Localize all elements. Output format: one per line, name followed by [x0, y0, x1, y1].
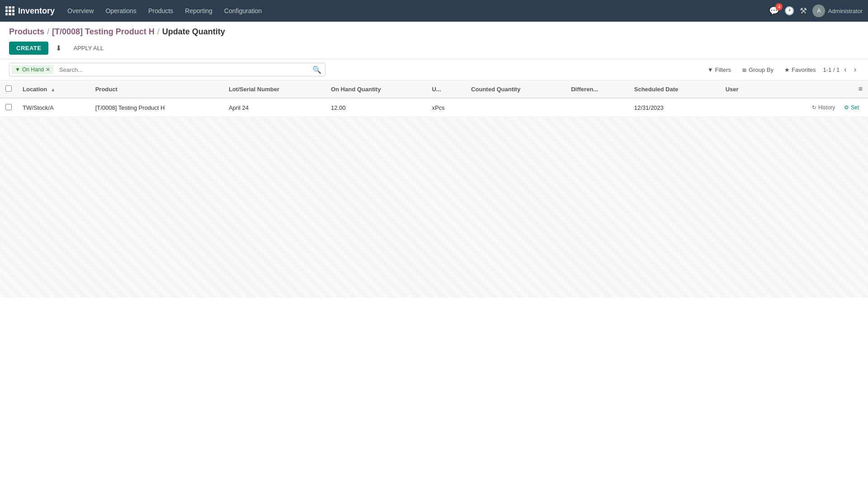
cell-uom: xPcs: [426, 98, 466, 117]
search-input[interactable]: [56, 64, 309, 76]
group-by-button[interactable]: ≣ Group By: [738, 64, 777, 75]
user-avatar: A: [812, 5, 825, 17]
filter-icon: ▼: [15, 66, 20, 73]
select-all-checkbox[interactable]: [5, 85, 12, 92]
row-checkbox[interactable]: [5, 104, 12, 110]
search-icon[interactable]: 🔍: [309, 66, 325, 74]
sort-asc-icon: ▲: [51, 87, 56, 92]
col-uom-label: U...: [432, 86, 441, 93]
breadcrumb-products[interactable]: Products: [9, 27, 44, 37]
history-icon: ↻: [812, 104, 816, 111]
cell-counted: [466, 98, 566, 117]
breadcrumb: Products / [T/0008] Testing Product H / …: [9, 27, 859, 37]
pagination-prev[interactable]: ‹: [841, 64, 849, 75]
row-checkbox-cell[interactable]: [0, 98, 17, 117]
cell-on-hand: 12.00: [326, 98, 427, 117]
cell-diff: [566, 98, 629, 117]
cell-lot: April 24: [223, 98, 326, 117]
apply-all-button[interactable]: APPLY ALL: [69, 42, 108, 54]
notification-badge: 4: [775, 3, 783, 10]
brand-label: Inventory: [18, 6, 55, 16]
user-label: Administrator: [828, 8, 863, 14]
col-counted-label: Counted Quantity: [471, 86, 520, 93]
col-user-label: User: [726, 86, 739, 93]
col-diff-label: Differen...: [571, 86, 598, 93]
breadcrumb-sep-1: /: [47, 27, 49, 37]
star-icon: ★: [784, 66, 790, 73]
breadcrumb-current: Update Quantity: [162, 27, 225, 37]
col-on-hand[interactable]: On Hand Quantity: [326, 80, 427, 98]
group-icon: ≣: [742, 66, 747, 73]
set-button[interactable]: ⚙ Set: [840, 103, 863, 112]
group-by-label: Group By: [749, 66, 774, 73]
filter-tag-on-hand[interactable]: ▼ On Hand ✕: [11, 65, 54, 74]
col-sched-date[interactable]: Scheduled Date: [629, 80, 720, 98]
nav-operations[interactable]: Operations: [100, 5, 142, 17]
col-location[interactable]: Location ▲: [17, 80, 90, 98]
favorites-button[interactable]: ★ Favorites: [781, 64, 819, 75]
topnav: Inventory Overview Operations Products R…: [0, 0, 868, 22]
pagination: 1-1 / 1 ‹ ›: [823, 64, 859, 75]
breadcrumb-product-detail[interactable]: [T/0008] Testing Product H: [52, 27, 155, 37]
content-area: Products / [T/0008] Testing Product H / …: [0, 22, 868, 488]
wrench-icon: ⚒: [800, 6, 807, 16]
history-button[interactable]: ↻ History: [808, 103, 839, 112]
search-actions: ▼ Filters ≣ Group By ★ Favorites 1-1 / 1…: [704, 64, 859, 75]
col-uom[interactable]: U...: [426, 80, 466, 98]
nav-reporting[interactable]: Reporting: [179, 5, 218, 17]
filter-funnel-icon: ▼: [708, 66, 713, 73]
table-row[interactable]: TW/Stock/A [T/0008] Testing Product H Ap…: [0, 98, 868, 117]
set-label: Set: [851, 104, 859, 111]
cell-actions: ↻ History ⚙ Set: [760, 98, 868, 117]
table-container: Location ▲ Product Lot/Serial Number On …: [0, 80, 868, 117]
search-area: ▼ On Hand ✕ 🔍 ▼ Filters ≣ Group By ★ Fav…: [0, 59, 868, 80]
col-lot[interactable]: Lot/Serial Number: [223, 80, 326, 98]
cell-product: [T/0008] Testing Product H: [90, 98, 223, 117]
topnav-menu: Overview Operations Products Reporting C…: [62, 5, 767, 17]
pagination-count: 1-1 / 1: [823, 66, 840, 73]
filter-tag-remove[interactable]: ✕: [46, 66, 50, 73]
grid-icon: [5, 6, 14, 15]
col-sched-date-label: Scheduled Date: [634, 86, 679, 93]
messages-icon-btn[interactable]: 💬 4: [769, 6, 779, 16]
empty-area: [0, 117, 868, 298]
col-product-label: Product: [95, 86, 118, 93]
clock-icon: 🕐: [784, 6, 794, 16]
topnav-actions: 💬 4 🕐 ⚒ A Administrator: [769, 5, 863, 17]
col-on-hand-label: On Hand Quantity: [331, 86, 381, 93]
filters-label: Filters: [715, 66, 731, 73]
col-product[interactable]: Product: [90, 80, 223, 98]
history-label: History: [818, 104, 835, 111]
col-diff[interactable]: Differen...: [566, 80, 629, 98]
nav-configuration[interactable]: Configuration: [219, 5, 267, 17]
col-adjust[interactable]: ≡: [760, 80, 868, 98]
user-menu[interactable]: A Administrator: [812, 5, 863, 17]
pagination-next[interactable]: ›: [851, 64, 859, 75]
nav-overview[interactable]: Overview: [62, 5, 99, 17]
breadcrumb-sep-2: /: [157, 27, 160, 37]
toolbar: CREATE ⬇ APPLY ALL: [9, 41, 859, 55]
filter-tag-label: On Hand: [22, 66, 44, 73]
nav-products[interactable]: Products: [143, 5, 179, 17]
set-icon: ⚙: [844, 104, 849, 111]
cell-location: TW/Stock/A: [17, 98, 90, 117]
col-lot-label: Lot/Serial Number: [229, 86, 279, 93]
select-all-cell[interactable]: [0, 80, 17, 98]
filters-button[interactable]: ▼ Filters: [704, 64, 735, 75]
download-button[interactable]: ⬇: [52, 41, 65, 55]
settings-icon-btn[interactable]: ⚒: [800, 6, 807, 16]
cell-user: [720, 98, 760, 117]
page-header: Products / [T/0008] Testing Product H / …: [0, 22, 868, 59]
cell-sched-date: 12/31/2023: [629, 98, 720, 117]
create-button[interactable]: CREATE: [9, 42, 48, 55]
col-location-label: Location: [23, 86, 47, 93]
search-bar: ▼ On Hand ✕ 🔍: [9, 63, 326, 76]
col-counted[interactable]: Counted Quantity: [466, 80, 566, 98]
brand-link[interactable]: Inventory: [5, 6, 55, 16]
clock-icon-btn[interactable]: 🕐: [784, 6, 794, 16]
table-header-row: Location ▲ Product Lot/Serial Number On …: [0, 80, 868, 98]
inventory-table: Location ▲ Product Lot/Serial Number On …: [0, 80, 868, 117]
favorites-label: Favorites: [792, 66, 816, 73]
col-user[interactable]: User: [720, 80, 760, 98]
